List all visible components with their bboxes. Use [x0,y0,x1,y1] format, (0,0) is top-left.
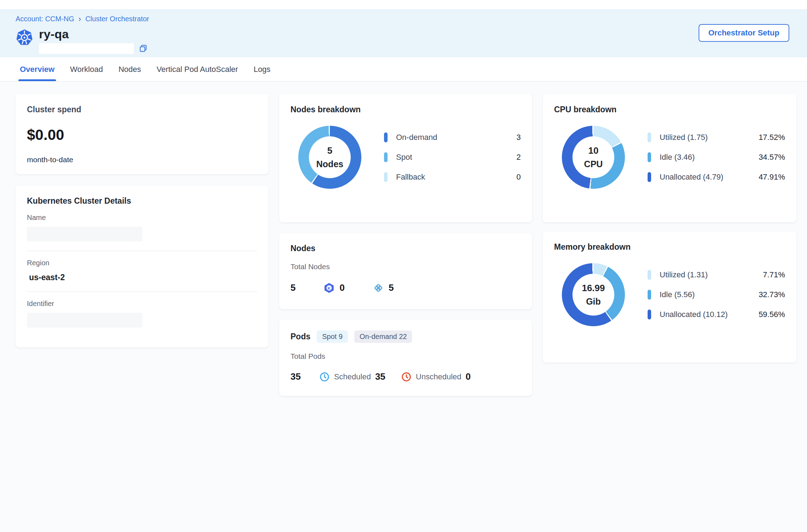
legend-label-mem-idle: Idle (5.56) [660,290,758,299]
legend-label-fallback: Fallback [396,172,517,182]
legend-swatch-on-demand [384,132,388,142]
field-identifier: Identifier [27,292,257,337]
memory-breakdown-legend: Utilized (1.31) 7.71% Idle (5.56) 32.73%… [648,270,785,319]
nodes-card-title: Nodes [290,244,521,253]
cluster-id-redacted [39,43,134,54]
tab-vertical-pod-autoscaler[interactable]: Vertical Pod AutoScaler [157,57,238,81]
legend-swatch-fallback [384,172,388,182]
unscheduled-label: Unscheduled [416,372,461,381]
nodes-breakdown-title: Nodes breakdown [290,105,521,114]
scheduled-count: 35 [375,371,385,382]
legend-row-fallback: Fallback 0 [384,172,521,182]
legend-label-cpu-utilized: Utilized (1.75) [660,133,758,142]
total-nodes-count: 5 [290,282,295,293]
memory-breakdown-title: Memory breakdown [554,242,785,252]
autoscaler-diamond-icon [373,283,384,293]
nodes-card: Nodes Total Nodes 5 K 0 [279,233,532,309]
field-identifier-redacted-value [27,313,142,328]
left-column: Cluster spend $0.00 month-to-date Kubern… [16,94,269,347]
memory-breakdown-donut-center: 16.99 Gib [572,274,614,316]
legend-row-cpu-utilized: Utilized (1.75) 17.52% [648,132,785,142]
kubernetes-icon [16,29,33,46]
cluster-details-card: Kubernetes Cluster Details Name Region u… [16,186,269,347]
total-pods-label: Total Pods [290,352,521,361]
memory-breakdown-card: Memory breakdown 16.99 Gib Utilized (1.3… [543,232,796,363]
cpu-breakdown-card: CPU breakdown 10 CPU Utilized (1.75) 17.… [543,94,796,222]
page-header: Account: CCM-NG › Cluster Orchestrator r… [0,9,807,57]
legend-value-cpu-unallocated: 47.91% [758,172,785,182]
legend-row-mem-unallocated: Unallocated (10.12) 59.56% [648,310,785,319]
breadcrumb-page-link[interactable]: Cluster Orchestrator [85,15,149,23]
scheduled-label: Scheduled [334,372,371,381]
legend-label-on-demand: On-demand [396,133,517,142]
breadcrumb-account-link[interactable]: Account: CCM-NG [16,15,74,23]
cluster-spend-title: Cluster spend [27,105,257,114]
svg-text:K: K [328,285,331,290]
legend-value-mem-unallocated: 59.56% [758,310,785,319]
pods-card-title: Pods [290,332,310,341]
field-region-value: us-east-2 [27,273,257,282]
title-row: ry-qa [16,27,791,54]
total-nodes-label: Total Nodes [290,262,521,271]
breadcrumb-separator-icon: › [79,15,81,23]
cpu-breakdown-legend: Utilized (1.75) 17.52% Idle (3.46) 34.57… [648,132,785,182]
legend-value-mem-utilized: 7.71% [763,270,785,279]
field-name: Name [27,206,257,251]
tab-nodes[interactable]: Nodes [118,57,141,81]
legend-swatch-cpu-idle [648,152,651,162]
ondemand-pods-badge: On-demand 22 [354,330,412,343]
memory-donut-value: 16.99 [582,283,605,294]
legend-row-cpu-idle: Idle (3.46) 34.57% [648,152,785,162]
legend-label-mem-unallocated: Unallocated (10.12) [660,310,758,319]
legend-label-cpu-unallocated: Unallocated (4.79) [660,172,758,182]
legend-value-on-demand: 3 [517,133,521,142]
cluster-details-title: Kubernetes Cluster Details [27,196,257,206]
legend-swatch-spot [384,152,388,162]
cluster-spend-card: Cluster spend $0.00 month-to-date [16,94,269,174]
legend-value-fallback: 0 [517,172,521,182]
legend-row-mem-utilized: Utilized (1.31) 7.71% [648,270,785,280]
field-name-label: Name [27,214,257,222]
legend-row-mem-idle: Idle (5.56) 32.73% [648,290,785,300]
nodes-breakdown-legend: On-demand 3 Spot 2 Fallback 0 [384,132,521,182]
nodes-donut-label: Nodes [316,159,343,169]
tab-workload[interactable]: Workload [70,57,103,81]
legend-swatch-cpu-utilized [648,132,651,142]
legend-value-cpu-idle: 34.57% [758,153,785,162]
copy-icon[interactable] [139,44,148,53]
top-strip [0,0,807,9]
tab-overview[interactable]: Overview [20,57,55,81]
tab-logs[interactable]: Logs [254,57,271,81]
field-identifier-label: Identifier [27,300,257,308]
legend-swatch-mem-idle [648,290,651,300]
nodes-breakdown-donut-chart: 5 Nodes [298,126,361,189]
karpenter-nodes-count: 0 [339,282,344,293]
legend-label-cpu-idle: Idle (3.46) [660,153,758,162]
cluster-spend-period: month-to-date [27,155,257,164]
breadcrumb: Account: CCM-NG › Cluster Orchestrator [16,15,791,23]
legend-row-spot: Spot 2 [384,152,521,162]
memory-breakdown-donut-chart: 16.99 Gib [562,263,625,326]
field-region-label: Region [27,259,257,267]
scheduled-clock-icon [319,372,330,382]
middle-column: Nodes breakdown 5 Nodes On-demand 3 [279,94,532,396]
spot-pods-badge: Spot 9 [317,330,348,343]
autoscaler-nodes-count: 5 [389,282,394,293]
page-title: ry-qa [39,27,148,41]
unscheduled-count: 0 [465,371,470,382]
legend-label-mem-utilized: Utilized (1.31) [660,270,763,279]
nodes-breakdown-card: Nodes breakdown 5 Nodes On-demand 3 [279,94,532,222]
cpu-breakdown-title: CPU breakdown [554,105,785,114]
field-region: Region us-east-2 [27,251,257,292]
pods-card: Pods Spot 9 On-demand 22 Total Pods 35 S… [279,320,532,396]
orchestrator-setup-button[interactable]: Orchestrator Setup [699,24,790,42]
overview-content: Cluster spend $0.00 month-to-date Kubern… [0,81,807,396]
total-pods-count: 35 [290,371,301,382]
pods-counts-row: 35 Scheduled 35 Unscheduled 0 [290,371,521,382]
legend-value-cpu-utilized: 17.52% [758,133,785,142]
memory-donut-label: Gib [586,296,601,307]
nodes-breakdown-donut-center: 5 Nodes [309,136,351,178]
legend-swatch-mem-unallocated [648,310,651,319]
cpu-breakdown-donut-chart: 10 CPU [562,126,625,189]
legend-label-spot: Spot [396,153,517,162]
